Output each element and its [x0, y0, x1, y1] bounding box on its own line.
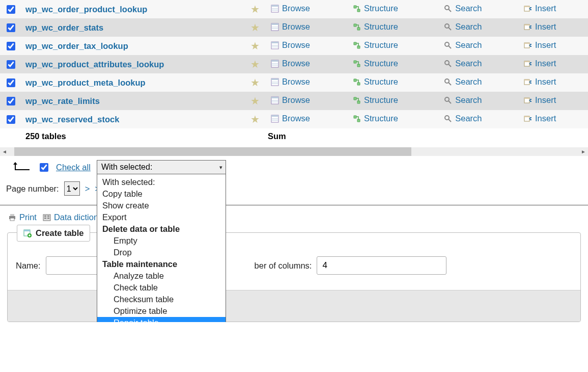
- insert-link[interactable]: Insert: [521, 114, 559, 123]
- favorite-star-icon[interactable]: ★: [250, 40, 260, 51]
- row-checkbox[interactable]: [7, 78, 15, 87]
- browse-text: Browse: [282, 40, 310, 50]
- menu-item-with-selected[interactable]: With selected:: [97, 176, 226, 188]
- favorite-star-icon[interactable]: ★: [250, 77, 260, 88]
- columns-count-input[interactable]: [317, 256, 446, 275]
- menu-item-copy-table[interactable]: Copy table: [97, 188, 226, 200]
- menu-item-optimize[interactable]: Optimize table: [97, 305, 226, 317]
- browse-link[interactable]: Browse: [268, 59, 313, 68]
- row-checkbox[interactable]: [7, 5, 15, 14]
- menu-item-export[interactable]: Export: [97, 211, 226, 223]
- insert-link[interactable]: Insert: [521, 4, 559, 13]
- insert-link[interactable]: Insert: [521, 59, 559, 68]
- svg-rect-58: [10, 218, 14, 221]
- menu-item-check[interactable]: Check table: [97, 282, 226, 294]
- table-row: wp_wc_product_attributes_lookup★BrowseSt…: [0, 55, 588, 73]
- structure-link[interactable]: Structure: [350, 59, 401, 68]
- menu-item-analyze[interactable]: Analyze table: [97, 270, 226, 282]
- name-label: Name:: [16, 261, 41, 271]
- table-name-link[interactable]: wp_wc_order_tax_lookup: [25, 41, 128, 50]
- print-link[interactable]: Print: [8, 212, 37, 222]
- table-row: wp_wc_order_tax_lookup★BrowseStructureSe…: [0, 37, 588, 55]
- search-link[interactable]: Search: [441, 4, 485, 13]
- table-name-link[interactable]: wp_wc_reserved_stock: [25, 115, 119, 124]
- search-link[interactable]: Search: [441, 22, 485, 32]
- favorite-star-icon[interactable]: ★: [250, 22, 260, 33]
- scrollbar-thumb[interactable]: [14, 147, 411, 156]
- row-checkbox[interactable]: [7, 60, 15, 69]
- structure-link[interactable]: Structure: [350, 22, 401, 32]
- insert-text: Insert: [535, 40, 556, 50]
- favorite-star-icon[interactable]: ★: [250, 59, 260, 70]
- row-checkbox[interactable]: [7, 23, 15, 32]
- search-icon: [444, 60, 452, 68]
- browse-link[interactable]: Browse: [268, 95, 313, 105]
- favorite-star-icon[interactable]: ★: [250, 4, 260, 15]
- scroll-right-arrow-icon[interactable]: ►: [579, 147, 588, 156]
- insert-text: Insert: [535, 22, 556, 32]
- browse-icon: [271, 23, 279, 31]
- insert-link[interactable]: Insert: [521, 40, 559, 50]
- browse-link[interactable]: Browse: [268, 40, 313, 50]
- with-selected-menu: With selected: Copy table Show create Ex…: [97, 174, 226, 322]
- row-checkbox[interactable]: [7, 97, 15, 105]
- svg-rect-17: [271, 42, 278, 43]
- insert-link[interactable]: Insert: [521, 77, 559, 87]
- structure-link[interactable]: Structure: [350, 40, 401, 50]
- structure-icon: [353, 78, 361, 86]
- table-name-link[interactable]: wp_wc_product_attributes_lookup: [25, 60, 164, 69]
- structure-text: Structure: [364, 114, 398, 123]
- favorite-star-icon[interactable]: ★: [250, 114, 260, 125]
- search-link[interactable]: Search: [441, 77, 485, 87]
- chevron-down-icon: ▾: [219, 164, 222, 171]
- browse-link[interactable]: Browse: [268, 4, 313, 13]
- svg-rect-1: [271, 5, 278, 7]
- insert-link[interactable]: Insert: [521, 22, 559, 32]
- tables-count-label: 250 tables: [21, 128, 246, 144]
- structure-link[interactable]: Structure: [350, 114, 401, 123]
- favorite-star-icon[interactable]: ★: [250, 95, 260, 107]
- browse-link[interactable]: Browse: [268, 22, 313, 32]
- insert-link[interactable]: Insert: [521, 95, 559, 105]
- horizontal-scrollbar[interactable]: ◄ ►: [0, 147, 588, 156]
- svg-point-12: [445, 24, 449, 28]
- table-row: wp_wc_reserved_stock★BrowseStructureSear…: [0, 110, 588, 128]
- menu-item-show-create[interactable]: Show create: [97, 200, 226, 211]
- row-checkbox[interactable]: [7, 42, 15, 50]
- search-link[interactable]: Search: [441, 114, 485, 123]
- menu-item-empty[interactable]: Empty: [97, 235, 226, 247]
- svg-rect-63: [47, 218, 49, 219]
- row-checkbox[interactable]: [7, 115, 15, 124]
- menu-item-repair[interactable]: Repair table: [97, 317, 226, 322]
- page-number-select[interactable]: 1: [64, 181, 80, 196]
- search-text: Search: [455, 22, 482, 32]
- table-name-link[interactable]: wp_wc_rate_limits: [25, 96, 100, 105]
- menu-item-drop[interactable]: Drop: [97, 247, 226, 258]
- svg-line-21: [449, 46, 451, 48]
- browse-link[interactable]: Browse: [268, 77, 313, 87]
- scroll-left-arrow-icon[interactable]: ◄: [0, 147, 9, 156]
- structure-link[interactable]: Structure: [350, 95, 401, 105]
- browse-link[interactable]: Browse: [268, 114, 313, 123]
- svg-rect-23: [524, 43, 529, 44]
- check-all-link[interactable]: Check all: [56, 163, 91, 172]
- menu-group-maintenance: Table maintenance: [97, 258, 226, 270]
- search-link[interactable]: Search: [441, 95, 485, 105]
- check-all-checkbox[interactable]: [40, 163, 48, 172]
- search-link[interactable]: Search: [441, 40, 485, 50]
- with-selected-dropdown[interactable]: With selected: ▾: [97, 160, 226, 174]
- next-page-link[interactable]: >: [85, 184, 90, 194]
- structure-link[interactable]: Structure: [350, 77, 401, 87]
- structure-link[interactable]: Structure: [350, 4, 401, 13]
- table-name-link[interactable]: wp_wc_product_meta_lookup: [25, 78, 146, 87]
- table-name-link[interactable]: wp_wc_order_product_lookup: [25, 5, 147, 14]
- svg-point-36: [445, 79, 449, 83]
- menu-item-checksum[interactable]: Checksum table: [97, 294, 226, 305]
- insert-icon: [524, 60, 532, 68]
- table-name-link[interactable]: wp_wc_order_stats: [25, 23, 103, 32]
- insert-text: Insert: [535, 59, 556, 68]
- search-link[interactable]: Search: [441, 59, 485, 68]
- menu-group-delete: Delete data or table: [97, 223, 226, 235]
- structure-text: Structure: [364, 40, 398, 50]
- search-icon: [444, 78, 452, 86]
